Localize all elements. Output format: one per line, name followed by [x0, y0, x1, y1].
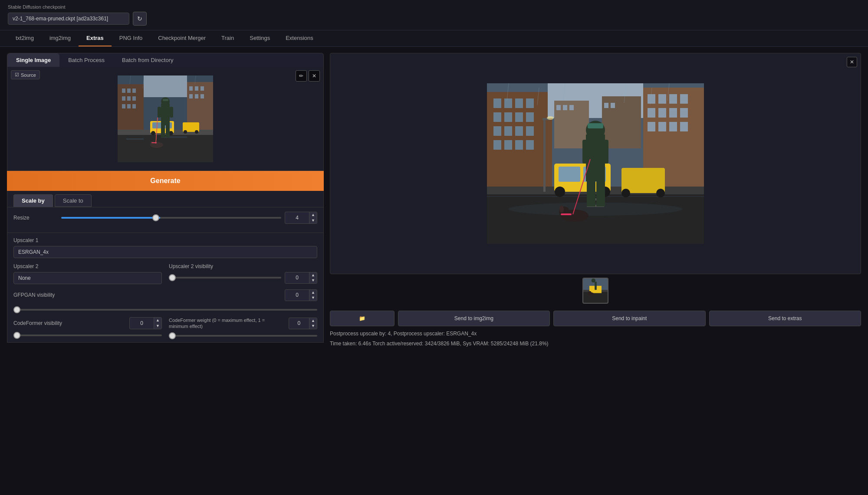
svg-point-26	[151, 131, 155, 135]
checkpoint-select[interactable]: v2-1_768-ema-pruned.ckpt [ad2a33c361]	[8, 13, 129, 25]
codeformer-visibility-stepper: 0 ▲ ▼	[129, 317, 162, 329]
svg-rect-35	[170, 107, 173, 118]
svg-rect-75	[669, 122, 677, 131]
resize-decrement[interactable]: ▼	[309, 218, 317, 223]
codeformer-visibility-increment[interactable]: ▲	[154, 318, 161, 323]
sub-tabs: Single Image Batch Process Batch from Di…	[7, 53, 324, 67]
svg-rect-104	[587, 180, 595, 207]
codeformer-visibility-label: CodeFormer visibility	[13, 320, 62, 326]
nav-tab-txt2img[interactable]: txt2img	[8, 30, 42, 46]
timing-info: Time taken: 6.46s Torch active/reserved:…	[330, 340, 861, 348]
svg-rect-50	[515, 98, 523, 108]
torch-info: Torch active/reserved: 3424/3826 MiB, Sy…	[372, 341, 549, 347]
svg-rect-49	[504, 98, 512, 108]
svg-rect-105	[596, 180, 605, 207]
refresh-button[interactable]: ↻	[133, 12, 147, 26]
resize-value: 4	[285, 213, 309, 222]
svg-rect-81	[563, 105, 567, 110]
svg-rect-59	[526, 126, 534, 136]
nav-tab-img2img[interactable]: img2img	[42, 30, 79, 46]
svg-rect-60	[493, 140, 501, 150]
output-close-button[interactable]: ✕	[847, 57, 857, 67]
codeformer-weight-value: 0	[289, 319, 309, 328]
edit-image-button[interactable]: ✏	[296, 70, 307, 82]
svg-rect-4	[132, 89, 136, 93]
svg-point-30	[195, 130, 198, 134]
nav-tab-extensions[interactable]: Extensions	[278, 30, 321, 46]
nav-tab-extras[interactable]: Extras	[79, 30, 112, 46]
svg-rect-17	[201, 94, 204, 98]
svg-rect-8	[122, 104, 125, 108]
svg-rect-13	[195, 86, 198, 91]
scale-tab-to[interactable]: Scale to	[55, 194, 92, 207]
resize-increment[interactable]: ▲	[309, 212, 317, 218]
codeformer-weight-row: CodeFormer weight (0 = maximum effect, 1…	[169, 317, 317, 330]
nav-tab-settings[interactable]: Settings	[242, 30, 278, 46]
info-text: Postprocess upscale by: 4, Postprocess u…	[330, 330, 861, 348]
upscaler2-visibility-increment[interactable]: ▲	[309, 272, 317, 278]
folder-button[interactable]: 📁	[330, 311, 395, 326]
gfpgan-increment[interactable]: ▲	[309, 290, 317, 295]
svg-rect-63	[526, 140, 534, 150]
codeformer-weight-increment[interactable]: ▲	[309, 318, 317, 324]
svg-rect-62	[515, 140, 523, 150]
svg-rect-70	[658, 108, 666, 118]
gfpgan-slider[interactable]	[13, 309, 317, 311]
gfpgan-label: GFPGAN visibility	[13, 292, 57, 298]
svg-rect-36	[161, 125, 165, 138]
postprocess-info: Postprocess upscale by: 4, Postprocess u…	[330, 330, 861, 338]
left-panel: Single Image Batch Process Batch from Di…	[7, 53, 324, 492]
svg-point-32	[161, 97, 170, 106]
upscaler2-visibility-decrement[interactable]: ▼	[309, 278, 317, 283]
codeformer-weight-slider[interactable]	[169, 335, 317, 337]
svg-rect-56	[493, 126, 501, 136]
controls-section: Resize 4 ▲ ▼	[7, 207, 324, 233]
gfpgan-decrement[interactable]: ▼	[309, 295, 317, 301]
codeformer-weight-decrement[interactable]: ▼	[309, 323, 317, 329]
nav-tab-train[interactable]: Train	[214, 30, 242, 46]
resize-slider[interactable]	[61, 217, 281, 219]
svg-rect-111	[543, 118, 546, 192]
nav-tab-checkpoint-merger[interactable]: Checkpoint Merger	[150, 30, 214, 46]
scale-tab-by[interactable]: Scale by	[13, 194, 53, 207]
resize-slider-container: 4 ▲ ▼	[61, 212, 317, 224]
svg-rect-31	[161, 104, 170, 125]
upscaler2-visibility-slider-container: 0 ▲ ▼	[169, 272, 317, 284]
send-to-img2img-button[interactable]: Send to img2img	[398, 311, 550, 326]
generate-button[interactable]: Generate	[7, 171, 324, 191]
upscaler2-select[interactable]: None Lanczos Nearest ESRGAN_4x	[13, 272, 162, 284]
svg-rect-92	[559, 167, 580, 182]
upscaler1-label: Upscaler 1	[13, 237, 317, 243]
svg-point-108	[559, 206, 564, 213]
output-thumbnail[interactable]	[582, 278, 608, 304]
sub-tab-batch-process[interactable]: Batch Process	[59, 53, 113, 67]
image-upload-area[interactable]: ☑ Source ✏ ✕	[7, 67, 324, 171]
folder-icon: 📁	[359, 315, 365, 321]
nav-tab-pnginfo[interactable]: PNG Info	[112, 30, 150, 46]
svg-rect-51	[526, 98, 534, 108]
svg-rect-80	[556, 105, 561, 110]
upscaler2-visibility-slider[interactable]	[169, 277, 281, 279]
action-buttons: 📁 Send to img2img Send to inpaint Send t…	[330, 311, 861, 326]
svg-rect-6	[127, 96, 131, 101]
resize-stepper-buttons: ▲ ▼	[309, 212, 317, 223]
codeformer-weight-stepper-buttons: ▲ ▼	[309, 318, 317, 329]
svg-point-125	[592, 279, 595, 282]
svg-rect-41	[151, 142, 157, 143]
gfpgan-stepper: 0 ▲ ▼	[285, 289, 317, 302]
send-to-extras-button[interactable]: Send to extras	[709, 311, 861, 326]
codeformer-visibility-decrement[interactable]: ▼	[154, 323, 161, 329]
upscaler1-select[interactable]: ESRGAN_4x None Lanczos Nearest	[13, 246, 317, 258]
svg-rect-73	[648, 122, 655, 131]
codeformer-visibility-slider[interactable]	[13, 334, 162, 336]
send-to-inpaint-button[interactable]: Send to inpaint	[553, 311, 705, 326]
svg-rect-96	[621, 168, 665, 193]
svg-rect-83	[604, 103, 608, 108]
svg-rect-69	[648, 108, 655, 118]
gfpgan-row: GFPGAN visibility 0 ▲ ▼	[13, 289, 317, 302]
sub-tab-single-image[interactable]: Single Image	[7, 53, 59, 67]
codeformer-visibility-value: 0	[130, 319, 154, 328]
svg-point-94	[555, 187, 565, 197]
clear-image-button[interactable]: ✕	[309, 70, 320, 82]
sub-tab-batch-directory[interactable]: Batch from Directory	[113, 53, 182, 67]
